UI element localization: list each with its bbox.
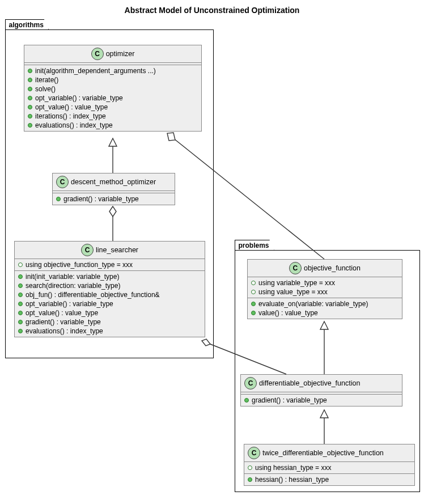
class-name: line_searcher [96, 246, 138, 254]
class-header: C descent_method_optimizer [53, 173, 175, 191]
class-icon: C [81, 244, 94, 256]
class-objective-function: C objective_function using variable_type… [247, 259, 402, 319]
class-header: C optimizer [24, 45, 201, 63]
class-header: C objective_function [248, 260, 402, 277]
package-problems-tab: problems [235, 240, 274, 250]
class-header: C line_searcher [15, 242, 205, 259]
class-icon: C [91, 48, 104, 60]
class-icon: C [289, 262, 302, 274]
class-name: descent_method_optimizer [71, 178, 156, 186]
class-header: C twice_differentiable_objective_functio… [244, 444, 414, 462]
class-name: twice_differentiable_objective_function [262, 449, 384, 457]
class-optimizer: C optimizer init(algorithm_dependent_arg… [24, 45, 202, 132]
class-icon: C [244, 377, 257, 389]
diagram-title: Abstract Model of Unconstrained Optimiza… [0, 6, 424, 15]
class-descent-method-optimizer: C descent_method_optimizer gradient() : … [52, 173, 175, 205]
class-header: C differentiable_objective_function [241, 375, 402, 392]
class-icon: C [248, 447, 260, 459]
class-differentiable-objective-function: C differentiable_objective_function grad… [240, 374, 402, 406]
class-name: differentiable_objective_function [259, 379, 360, 387]
class-name: objective_function [304, 264, 361, 272]
class-icon: C [56, 176, 69, 188]
class-name: optimizer [106, 50, 135, 58]
class-twice-differentiable-objective-function: C twice_differentiable_objective_functio… [244, 444, 415, 486]
package-algorithms-tab: algorithms [5, 19, 49, 29]
class-line-searcher: C line_searcher using objective_function… [14, 241, 205, 337]
